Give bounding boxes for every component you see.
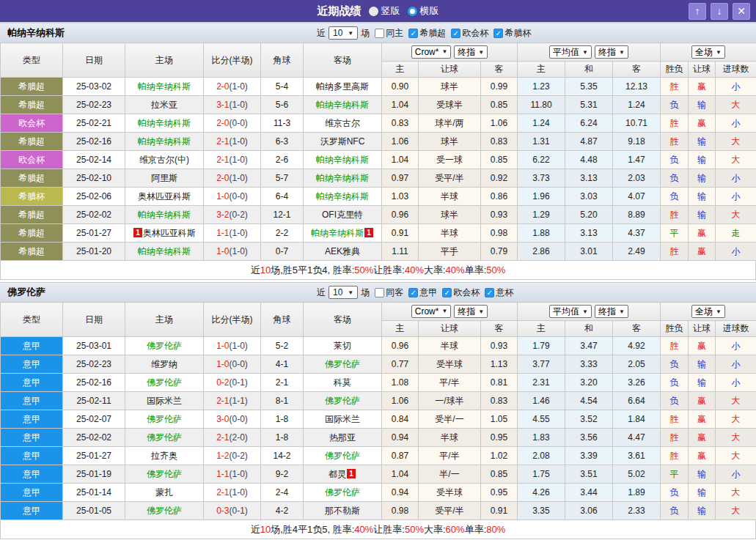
- bookmaker-select-value: Crow*: [415, 47, 439, 57]
- halftime-score: (0-1): [230, 377, 248, 388]
- radio-unselected-icon[interactable]: [369, 7, 378, 16]
- checked-checkbox-icon[interactable]: ✓: [408, 288, 418, 297]
- away-odds: 0.95: [481, 484, 518, 502]
- crow-final-select[interactable]: 终指▼: [454, 305, 488, 318]
- handicap: 球半: [419, 206, 481, 224]
- result-goals: 大: [716, 151, 756, 169]
- avg-away-odds: 4.37: [613, 224, 661, 243]
- checked-checkbox-icon[interactable]: ✓: [408, 29, 418, 38]
- filter-checkbox[interactable]: ✓欧会杯: [451, 27, 488, 40]
- chevron-down-icon: ▼: [348, 289, 353, 296]
- checked-checkbox-icon[interactable]: ✓: [485, 288, 494, 297]
- filter-checkbox[interactable]: ✓意甲: [408, 286, 437, 299]
- result-winlose: 平: [661, 224, 689, 243]
- filter-checkbox[interactable]: ✓希腊超: [408, 27, 446, 40]
- home-odds: 0.94: [382, 484, 419, 502]
- result-winlose: 胜: [661, 429, 689, 447]
- avg-away-odds: 1.89: [613, 484, 661, 502]
- avg-away-odds: 4.07: [613, 188, 661, 206]
- home-odds: 0.96: [382, 206, 419, 224]
- crow-final-select[interactable]: 终指▼: [454, 45, 488, 59]
- match-count-select[interactable]: 10 ▼: [329, 286, 358, 299]
- avg-draw-odds: 6.24: [565, 114, 613, 133]
- match-count-select[interactable]: 10 ▼: [329, 26, 358, 40]
- filter-checkbox[interactable]: 同客: [375, 286, 403, 299]
- handicap: 球半: [419, 78, 481, 96]
- window-buttons: ↑ ↓ ✕: [689, 3, 756, 20]
- chevron-down-icon: ▼: [478, 49, 484, 56]
- score-cell: 2-0(1-0): [204, 78, 261, 96]
- result-winlose: 负: [661, 484, 689, 502]
- summary-text: 近: [251, 264, 260, 277]
- summary-text: 50%: [405, 524, 424, 535]
- bookmaker-select[interactable]: Crow*▼: [411, 305, 452, 318]
- filter-checkbox[interactable]: 同主: [375, 27, 403, 40]
- avg-final-select[interactable]: 终指▼: [595, 45, 628, 59]
- home-team: 维罗纳: [125, 355, 204, 374]
- halftime-score: (1-0): [230, 228, 248, 238]
- table-row: 意甲25-01-05佛罗伦萨0-3(0-1)4-2那不勒斯0.98受平/半0.9…: [1, 502, 756, 520]
- avg-final-select[interactable]: 终指▼: [595, 305, 628, 318]
- close-button[interactable]: ✕: [733, 3, 750, 20]
- filter-checkbox[interactable]: ✓意杯: [485, 286, 513, 299]
- fulltime-score: 2-0: [216, 173, 229, 183]
- summary-row: 近10场,胜5平1负4, 胜率:50% 让胜率:40% 大率:40% 单率:50…: [0, 261, 756, 280]
- home-odds: 0.87: [382, 447, 419, 465]
- handicap: 平/半: [419, 447, 481, 465]
- summary-text: 10: [260, 265, 271, 275]
- score-cell: 3-2(0-2): [204, 206, 261, 224]
- fulltime-score: 2-0: [216, 118, 229, 128]
- avg-away-odds: 2.05: [613, 355, 661, 374]
- filter-checkbox[interactable]: ✓希腊杯: [493, 27, 531, 40]
- average-select[interactable]: 平均值▼: [549, 305, 592, 318]
- filter-checkbox[interactable]: ✓欧会杯: [442, 286, 480, 299]
- results-table: 类型日期主场比分(半场)角球客场Crow*▼终指▼平均值▼终指▼全场▼主让球客主…: [0, 302, 756, 520]
- home-team: 帕纳辛纳科斯: [125, 78, 204, 96]
- league-badge: 欧会杯: [1, 151, 63, 169]
- result-handicap: 输: [689, 206, 716, 224]
- league-badge: 希腊超: [1, 133, 63, 151]
- away-odds: 0.95: [481, 429, 518, 447]
- away-team: 帕纳辛纳科斯1: [304, 224, 382, 243]
- move-up-button[interactable]: ↑: [689, 3, 706, 20]
- avg-home-odds: 1.24: [518, 114, 565, 133]
- bookmaker-select[interactable]: Crow*▼: [411, 45, 452, 59]
- checked-checkbox-icon[interactable]: ✓: [451, 29, 460, 38]
- avg-away-odds: 4.47: [613, 429, 661, 447]
- summary-text: 单率:: [465, 523, 487, 536]
- move-down-button[interactable]: ↓: [711, 3, 728, 20]
- sub-col-header: 客: [481, 321, 518, 337]
- table-row: 希腊超25-02-02帕纳辛纳科斯3-2(0-2)12-1OFI克里特0.96球…: [1, 206, 756, 224]
- average-select[interactable]: 平均值▼: [549, 45, 592, 59]
- layout-option-horizontal[interactable]: 横版: [408, 4, 439, 18]
- avg-away-odds: 2.03: [613, 169, 661, 188]
- title-bar: 近期战绩 竖版 横版 ↑ ↓ ✕: [0, 0, 756, 23]
- unchecked-checkbox-icon[interactable]: [375, 288, 384, 297]
- result-winlose: 胜: [661, 337, 689, 355]
- league-badge: 希腊超: [1, 78, 63, 96]
- avg-away-odds: 5.02: [613, 465, 661, 484]
- checked-checkbox-icon[interactable]: ✓: [442, 288, 452, 297]
- unchecked-checkbox-icon[interactable]: [375, 29, 384, 38]
- away-odds: 0.93: [481, 337, 518, 355]
- radio-selected-icon[interactable]: [408, 7, 417, 16]
- full-match-select[interactable]: 全场▼: [691, 45, 725, 59]
- halftime-score: (1-0): [230, 81, 248, 92]
- checkbox-label: 欧会杯: [462, 27, 488, 40]
- home-odds: 0.84: [382, 410, 419, 429]
- summary-text: 单率:: [465, 264, 487, 277]
- avg-away-odds: 1.84: [613, 410, 661, 429]
- home-odds: 1.03: [382, 188, 419, 206]
- checked-checkbox-icon[interactable]: ✓: [493, 29, 503, 38]
- summary-row: 近10场,胜4平1负5, 胜率:40% 让胜率:50% 大率:60% 单率:80…: [0, 520, 756, 539]
- table-row: 希腊超25-03-02帕纳辛纳科斯2-0(1-0)5-4帕纳多里高斯0.90球半…: [1, 78, 756, 96]
- full-match-select[interactable]: 全场▼: [691, 305, 725, 318]
- sub-col-header: 客: [613, 321, 661, 337]
- score-cell: 1-1(1-0): [204, 224, 261, 243]
- chevron-down-icon: ▼: [716, 49, 722, 56]
- match-date: 25-02-21: [63, 114, 125, 133]
- halftime-score: (0-0): [230, 191, 248, 201]
- fulltime-score: 2-1: [216, 432, 229, 443]
- sub-col-header: 主: [518, 321, 565, 337]
- layout-option-vertical[interactable]: 竖版: [369, 4, 400, 18]
